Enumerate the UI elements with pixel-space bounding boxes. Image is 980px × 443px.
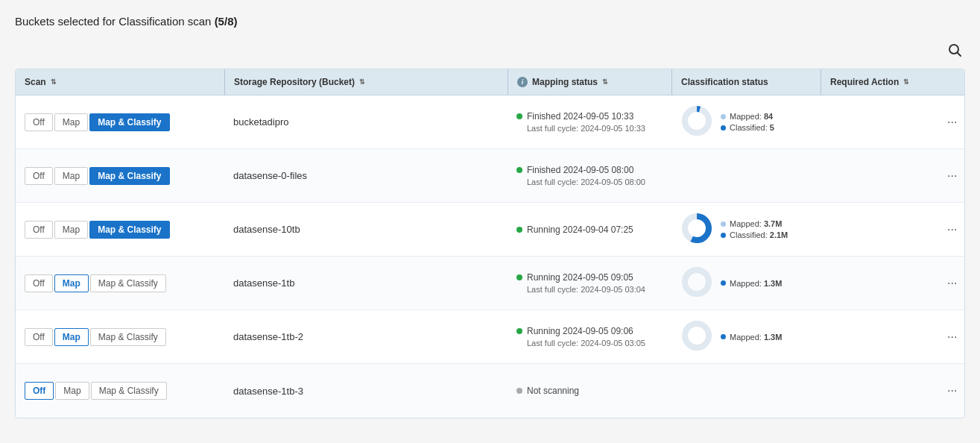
off-button-6[interactable]: Off bbox=[25, 382, 54, 400]
last-cycle-4: Last full cycle: 2024-09-05 03:04 bbox=[516, 285, 645, 294]
scan-controls-4: Off Map Map & Classify bbox=[25, 274, 166, 292]
svg-point-6 bbox=[685, 270, 709, 294]
table-row: Off Map Map & Classify datasense-0-files… bbox=[16, 149, 964, 203]
status-line-1: Finished 2024-09-05 10:33 bbox=[516, 111, 645, 122]
scan-controls-3: Off Map Map & Classify bbox=[25, 221, 170, 239]
sort-icon-mapping[interactable]: ⇅ bbox=[602, 78, 608, 86]
more-cell-6: ··· bbox=[932, 374, 965, 408]
sort-icon-action[interactable]: ⇅ bbox=[903, 78, 909, 86]
mapping-cell-1: Finished 2024-09-05 10:33 Last full cycl… bbox=[508, 104, 671, 140]
classification-cell-3: Mapped: 3.7M Classified: 2.1M bbox=[671, 204, 821, 254]
off-button-2[interactable]: Off bbox=[25, 167, 53, 185]
mapping-status-6: Not scanning bbox=[516, 386, 579, 396]
bucket-name-2: datasense-0-files bbox=[233, 170, 307, 181]
more-button-2[interactable]: ··· bbox=[941, 166, 963, 186]
table-row: Off Map Map & Classify datasense-1tb-2 R… bbox=[16, 310, 964, 364]
table-row: Off Map Map & Classify bucketadipro Fini… bbox=[16, 95, 964, 149]
off-button-3[interactable]: Off bbox=[25, 221, 53, 239]
action-cell-3 bbox=[821, 222, 932, 237]
classification-content-1: Mapped: 84 Classified: 5 bbox=[680, 104, 774, 139]
status-line-3: Running 2024-09-04 07:25 bbox=[516, 224, 633, 235]
off-button-5[interactable]: Off bbox=[25, 328, 53, 346]
bucket-cell-5: datasense-1tb-2 bbox=[224, 324, 508, 350]
table-row: Off Map Map & Classify datasense-1tb-3 N… bbox=[16, 364, 964, 418]
action-cell-1 bbox=[821, 115, 932, 130]
more-button-5[interactable]: ··· bbox=[941, 327, 963, 347]
legend-dot-mapped-3 bbox=[721, 222, 726, 227]
bucket-name-3: datasense-10tb bbox=[233, 224, 300, 235]
action-cell-6 bbox=[821, 383, 932, 398]
classify-button-1[interactable]: Map & Classify bbox=[89, 113, 169, 131]
more-cell-3: ··· bbox=[932, 213, 965, 247]
more-button-6[interactable]: ··· bbox=[941, 381, 963, 400]
mapping-cell-6: Not scanning bbox=[508, 378, 671, 403]
mapping-info-icon[interactable]: i bbox=[517, 77, 528, 87]
more-button-4[interactable]: ··· bbox=[941, 274, 963, 293]
legend-dot-classified-3 bbox=[721, 233, 726, 238]
bucket-cell-6: datasense-1tb-3 bbox=[224, 378, 508, 404]
legend-mapped-1: Mapped: 84 bbox=[721, 112, 774, 121]
legend-mapped-4: Mapped: 1.3M bbox=[721, 279, 782, 288]
map-button-3[interactable]: Map bbox=[54, 221, 88, 239]
legend-dot-classified-1 bbox=[721, 125, 726, 131]
bucket-cell-4: datasense-1tb bbox=[224, 270, 508, 296]
donut-4 bbox=[680, 266, 713, 301]
classify-button-5[interactable]: Map & Classify bbox=[90, 328, 166, 346]
donut-1 bbox=[680, 104, 713, 139]
donut-3 bbox=[680, 212, 713, 247]
more-cell-5: ··· bbox=[932, 320, 965, 354]
scan-controls-5: Off Map Map & Classify bbox=[25, 328, 166, 346]
status-dot-3 bbox=[516, 227, 522, 233]
mapping-cell-3: Running 2024-09-04 07:25 bbox=[508, 217, 671, 242]
legend-dot-mapped-4 bbox=[721, 280, 726, 286]
bucket-name-6: datasense-1tb-3 bbox=[233, 386, 303, 397]
status-dot-5 bbox=[516, 328, 522, 334]
scan-cell-5: Off Map Map & Classify bbox=[16, 321, 224, 354]
search-button[interactable] bbox=[944, 40, 965, 63]
classify-button-4[interactable]: Map & Classify bbox=[90, 274, 166, 292]
classify-button-2[interactable]: Map & Classify bbox=[89, 167, 169, 185]
more-button-1[interactable]: ··· bbox=[941, 113, 963, 132]
map-button-4[interactable]: Map bbox=[54, 274, 89, 292]
legend-mapped-5: Mapped: 1.3M bbox=[721, 333, 782, 342]
status-dot-4 bbox=[516, 274, 522, 280]
map-button-6[interactable]: Map bbox=[55, 382, 89, 400]
scan-controls-6: Off Map Map & Classify bbox=[25, 382, 167, 400]
mapping-cell-2: Finished 2024-09-05 08:00 Last full cycl… bbox=[508, 157, 671, 194]
col-action: Required Action ⇅ bbox=[821, 69, 932, 95]
off-button-1[interactable]: Off bbox=[25, 113, 53, 131]
col-mapping: i Mapping status ⇅ bbox=[508, 69, 671, 95]
more-cell-4: ··· bbox=[932, 266, 965, 301]
last-cycle-2: Last full cycle: 2024-09-05 08:00 bbox=[516, 177, 645, 186]
svg-point-7 bbox=[685, 324, 709, 348]
svg-line-1 bbox=[958, 53, 961, 57]
data-table: Scan ⇅ Storage Repository (Bucket) ⇅ i M… bbox=[15, 69, 965, 418]
map-button-1[interactable]: Map bbox=[54, 113, 88, 131]
bucket-cell-1: bucketadipro bbox=[224, 109, 508, 135]
table-row: Off Map Map & Classify datasense-1tb Run… bbox=[16, 257, 964, 310]
mapping-status-4: Running 2024-09-05 09:05 Last full cycle… bbox=[516, 272, 645, 294]
off-button-4[interactable]: Off bbox=[25, 274, 53, 292]
classify-button-3[interactable]: Map & Classify bbox=[89, 221, 169, 239]
sort-icon-scan[interactable]: ⇅ bbox=[51, 78, 57, 86]
classification-cell-1: Mapped: 84 Classified: 5 bbox=[671, 97, 821, 147]
mapping-status-2: Finished 2024-09-05 08:00 Last full cycl… bbox=[516, 165, 645, 186]
scan-cell-3: Off Map Map & Classify bbox=[16, 213, 224, 246]
more-button-3[interactable]: ··· bbox=[941, 220, 963, 239]
col-more bbox=[932, 75, 965, 89]
map-button-5[interactable]: Map bbox=[54, 328, 89, 346]
classify-button-6[interactable]: Map & Classify bbox=[91, 382, 167, 400]
more-cell-1: ··· bbox=[932, 105, 965, 139]
legend-4: Mapped: 1.3M bbox=[721, 279, 782, 288]
col-bucket: Storage Repository (Bucket) ⇅ bbox=[224, 69, 508, 95]
status-dot-1 bbox=[516, 113, 522, 119]
col-scan: Scan ⇅ bbox=[16, 69, 224, 95]
sort-icon-bucket[interactable]: ⇅ bbox=[359, 78, 365, 86]
last-cycle-5: Last full cycle: 2024-09-05 03:05 bbox=[516, 339, 645, 348]
bucket-cell-2: datasense-0-files bbox=[224, 163, 508, 189]
legend-dot-mapped-5 bbox=[721, 334, 726, 339]
classification-cell-5: Mapped: 1.3M bbox=[671, 312, 821, 362]
map-button-2[interactable]: Map bbox=[54, 167, 88, 185]
svg-point-2 bbox=[685, 109, 709, 133]
table-header: Scan ⇅ Storage Repository (Bucket) ⇅ i M… bbox=[16, 69, 964, 95]
